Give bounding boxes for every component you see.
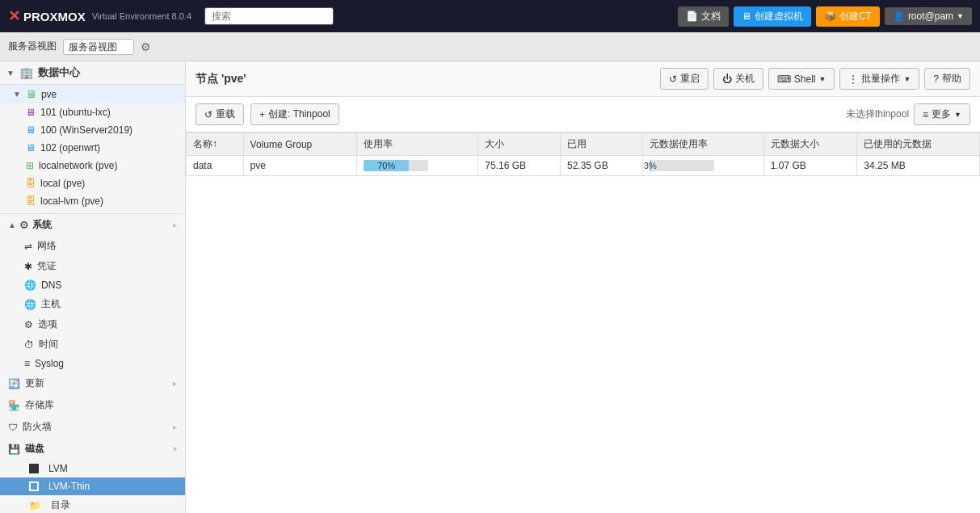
storage-repo-icon: 🏪 [8,400,20,411]
sidebar-item-update[interactable]: 🔄 更新 ▸ [0,372,185,394]
create-vm-button[interactable]: 🖥 创建虚拟机 [734,6,811,27]
cell-meta-used: 34.25 MB [857,156,980,176]
doc-button[interactable]: 📄 文档 [678,6,729,27]
restart-button[interactable]: ↺ 重启 [660,68,709,90]
sidebar-item-lvm-thin[interactable]: LVM-Thin [0,477,185,495]
local-lvm-label: local-lvm (pve) [40,196,103,207]
sidebar-item-localnetwork[interactable]: ⊞ localnetwork (pve) [0,157,185,175]
storage-label: 存储库 [25,398,54,412]
shutdown-button[interactable]: ⏻ 关机 [713,68,763,90]
sidebar-item-host[interactable]: 🌐 主机 [0,294,185,314]
reload-button[interactable]: ↺ 重载 [196,103,244,125]
settings-icon[interactable]: ⚙ [141,40,151,53]
shell-button[interactable]: ⌨ Shell ▼ [768,68,835,90]
system-group-header[interactable]: ▲ ⚙ 系统 ▸ [0,213,185,236]
pve-node-icon: 🖥 [26,88,36,100]
lvm-right-controls: 未选择thinpool ≡ 更多 ▼ [846,103,970,125]
lvm-thin-toolbar: ↺ 重载 + 创建: Thinpool 未选择thinpool ≡ 更多 ▼ [186,97,980,132]
sidebar-item-directory[interactable]: 📁 目录 [0,495,185,513]
search-input[interactable] [204,7,334,25]
sidebar-item-disk-group[interactable]: 💾 磁盘 ▾ [0,438,185,460]
cell-meta-size: 1.07 GB [763,156,857,176]
datacenter-expand-icon: ▼ [6,69,15,78]
sidebar-item-time[interactable]: ⏱ 时间 [0,334,185,355]
lvm-thin-label: LVM-Thin [48,481,90,492]
col-header-meta-size[interactable]: 元数据大小 [763,133,857,156]
batch-dropdown-icon: ▼ [903,75,911,83]
storage-icon-local: 🗄 [26,178,36,189]
col-header-name[interactable]: 名称↑ [187,133,244,156]
sidebar-item-vm-100[interactable]: 🖥 100 (WinServer2019) [0,121,185,139]
directory-label: 目录 [51,498,70,512]
datacenter-icon: 🏢 [19,66,33,79]
sidebar-item-storage[interactable]: 🏪 存储库 [0,394,185,416]
more-button[interactable]: ≡ 更多 ▼ [914,103,970,125]
col-header-vg[interactable]: Volume Group [243,133,357,156]
content-area: 节点 'pve' ↺ 重启 ⏻ 关机 ⌨ Shell ▼ ⋮ 批量操作 [186,61,980,513]
system-label: 系统 [32,218,52,232]
sidebar-item-local-lvm[interactable]: 🗄 local-lvm (pve) [0,192,185,210]
sidebar-item-vm-102[interactable]: 🖥 102 (openwrt) [0,139,185,157]
time-icon: ⏱ [24,339,34,351]
user-button[interactable]: 👤 root@pam ▼ [885,7,972,25]
sidebar-item-syslog[interactable]: ≡ Syslog [0,355,185,372]
lvm-icon [29,464,39,473]
create-ct-button[interactable]: 📦 创建CT [816,6,880,27]
sidebar-item-pve[interactable]: ▼ 🖥 pve [0,85,185,103]
sidebar-item-network[interactable]: ⇌ 网络 [0,236,185,256]
user-icon: 👤 [893,11,905,22]
create-ct-icon: 📦 [824,11,836,22]
time-label: 时间 [39,338,58,351]
lvm-label: LVM [48,463,68,474]
node-header: 节点 'pve' ↺ 重启 ⏻ 关机 ⌨ Shell ▼ ⋮ 批量操作 [186,61,980,97]
col-header-used[interactable]: 已用 [560,133,642,156]
help-button[interactable]: ? 帮助 [924,68,970,90]
col-header-meta-usage[interactable]: 元数据使用率 [642,133,763,156]
network-icon: ⇌ [24,241,32,252]
logo-proxmox: PROXMOX [23,10,86,23]
user-dropdown-icon: ▼ [957,12,964,20]
host-icon: 🌐 [24,299,36,310]
net-icon: ⊞ [26,160,34,171]
table-row[interactable]: data pve 70% 75.16 GB 52.35 GB 3% 1.07 G… [187,156,980,176]
reload-icon: ↺ [204,109,212,120]
col-header-meta-used[interactable]: 已使用的元数据 [857,133,980,156]
cell-meta-usage: 3% [642,156,763,176]
sidebar-item-lvm[interactable]: LVM [0,460,185,477]
logo-x: ✕ [8,7,20,25]
sidebar-item-vm-101[interactable]: 🖥 101 (ubuntu-lxc) [0,103,185,121]
datacenter-label: 数据中心 [38,65,80,80]
node-title: 节点 'pve' [196,72,246,86]
local-label: local (pve) [40,178,85,189]
cell-size: 75.16 GB [478,156,561,176]
disk-icon: 💾 [8,444,20,455]
sidebar-item-options[interactable]: ⚙ 选项 [0,314,185,334]
disk-arrow-down: ▾ [173,444,177,453]
cert-label: 凭证 [37,259,57,273]
help-icon: ? [933,74,939,85]
pve-node-label: pve [41,89,57,100]
sidebar-item-firewall[interactable]: 🛡 防火墙 ▸ [0,416,185,438]
lvm-thin-table: 名称↑ Volume Group 使用率 大小 已用 元数据使用率 元数据大小 … [186,132,980,513]
topbar-right: 📄 文档 🖥 创建虚拟机 📦 创建CT 👤 root@pam ▼ [678,6,972,27]
col-header-usage[interactable]: 使用率 [357,133,478,156]
sidebar-item-local[interactable]: 🗄 local (pve) [0,175,185,192]
batch-ops-button[interactable]: ⋮ 批量操作 ▼ [839,68,919,90]
create-thinpool-button[interactable]: + 创建: Thinpool [250,103,339,125]
syslog-icon: ≡ [24,358,30,369]
sidebar-item-cert[interactable]: ✱ 凭证 [0,256,185,276]
more-icon: ≡ [923,109,928,120]
more-dropdown-icon: ▼ [954,111,961,119]
server-view-select[interactable]: 服务器视图 [63,39,134,55]
update-label: 更新 [25,376,44,390]
col-header-size[interactable]: 大小 [478,133,561,156]
dns-label: DNS [41,280,61,291]
update-arrow: ▸ [173,379,177,388]
directory-icon: 📁 [29,500,41,511]
sidebar-item-dns[interactable]: 🌐 DNS [0,276,185,294]
logo-ve: Virtual Environment 8.0.4 [92,11,191,21]
sidebar-item-datacenter[interactable]: ▼ 🏢 数据中心 [0,61,185,85]
cell-used: 52.35 GB [560,156,642,176]
system-icon: ⚙ [19,219,29,231]
secondbar: 服务器视图 服务器视图 ⚙ [0,32,980,61]
